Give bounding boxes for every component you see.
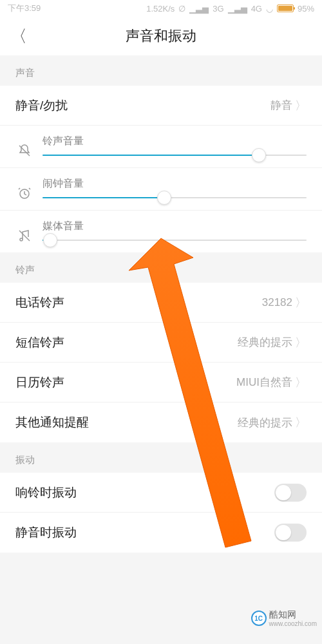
- header: 〈 声音和振动: [0, 17, 322, 55]
- slider-label: 闹钟音量: [43, 177, 307, 191]
- back-button[interactable]: 〈: [10, 25, 27, 48]
- status-battery: 95%: [298, 4, 314, 14]
- music-mute-icon: [15, 227, 33, 245]
- watermark-brand: 酷知网: [269, 609, 296, 620]
- row-vibrate-on-silent[interactable]: 静音时振动: [0, 513, 322, 553]
- row-other-notification[interactable]: 其他通知提醒 经典的提示〉: [0, 402, 322, 442]
- battery-icon: [277, 5, 294, 12]
- slider-track[interactable]: [43, 155, 307, 156]
- row-value-text: MIUI自然音: [236, 375, 292, 390]
- row-value-text: 经典的提示: [238, 415, 292, 430]
- mute-icon: ∅: [178, 4, 185, 14]
- watermark-logo-icon: 1C: [251, 611, 267, 626]
- row-value-text: 32182: [262, 296, 292, 309]
- row-label: 静音/勿扰: [15, 97, 68, 114]
- row-label: 响铃时振动: [15, 484, 77, 501]
- alarm-clock-icon: [15, 184, 33, 202]
- slider-track[interactable]: [43, 197, 307, 198]
- section-label-ringtone: 铃声: [0, 252, 322, 283]
- row-label: 其他通知提醒: [15, 414, 89, 431]
- section-label-sound: 声音: [0, 55, 322, 86]
- slider-thumb[interactable]: [43, 233, 57, 247]
- row-value-text: 静音: [270, 98, 292, 113]
- row-silent-dnd[interactable]: 静音/勿扰 静音 〉: [0, 86, 322, 126]
- section-label-vibrate: 振动: [0, 442, 322, 473]
- chevron-right-icon: 〉: [295, 98, 307, 113]
- slider-ring-volume[interactable]: 铃声音量: [0, 126, 322, 168]
- slider-track[interactable]: [43, 240, 307, 241]
- toggle-switch[interactable]: [274, 484, 307, 502]
- status-time: 下午3:59: [8, 3, 41, 14]
- watermark-url: www.coozhi.com: [269, 621, 317, 627]
- page-title: 声音和振动: [126, 26, 196, 46]
- slider-thumb[interactable]: [157, 191, 171, 205]
- slider-fill: [43, 155, 259, 156]
- signal-icon-1: ▁▃▅: [189, 4, 209, 14]
- status-speed: 1.52K/s: [146, 4, 175, 14]
- slider-label: 铃声音量: [43, 135, 307, 148]
- status-net2: 4G: [251, 4, 262, 14]
- wifi-icon: ◡: [266, 4, 273, 14]
- chevron-right-icon: 〉: [295, 335, 307, 350]
- slider-fill: [43, 197, 164, 198]
- row-phone-ringtone[interactable]: 电话铃声 32182〉: [0, 283, 322, 323]
- row-vibrate-on-ring[interactable]: 响铃时振动: [0, 473, 322, 513]
- status-bar: 下午3:59 1.52K/s ∅ ▁▃▅ 3G ▁▃▅ 4G ◡ 95%: [0, 0, 322, 17]
- toggle-switch[interactable]: [274, 524, 307, 542]
- row-label: 静音时振动: [15, 524, 77, 541]
- row-value-text: 经典的提示: [238, 335, 292, 350]
- slider-thumb[interactable]: [252, 148, 266, 162]
- row-calendar-ringtone[interactable]: 日历铃声 MIUI自然音〉: [0, 363, 322, 402]
- status-net1: 3G: [213, 4, 223, 14]
- slider-media-volume[interactable]: 媒体音量: [0, 211, 322, 252]
- row-label: 短信铃声: [15, 334, 64, 351]
- row-value: 静音 〉: [270, 98, 307, 113]
- slider-label: 媒体音量: [43, 220, 307, 233]
- watermark: 1C 酷知网 www.coozhi.com: [251, 609, 317, 627]
- row-label: 电话铃声: [15, 294, 64, 311]
- chevron-right-icon: 〉: [295, 375, 307, 390]
- chevron-right-icon: 〉: [295, 295, 307, 310]
- slider-alarm-volume[interactable]: 闹钟音量: [0, 168, 322, 211]
- chevron-right-icon: 〉: [295, 415, 307, 430]
- bell-mute-icon: [15, 142, 33, 160]
- row-label: 日历铃声: [15, 374, 64, 391]
- signal-icon-2: ▁▃▅: [228, 4, 247, 14]
- row-sms-ringtone[interactable]: 短信铃声 经典的提示〉: [0, 323, 322, 363]
